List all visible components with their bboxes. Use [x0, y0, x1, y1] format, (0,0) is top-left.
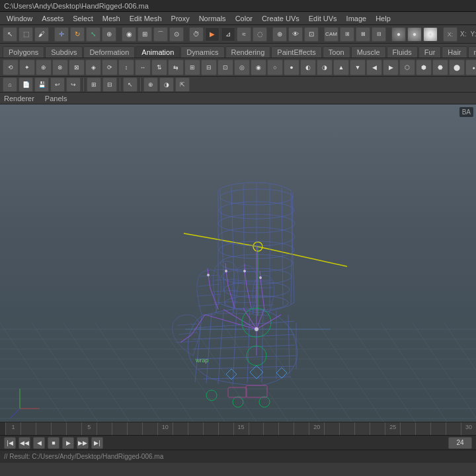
shelf-icon-15[interactable]: ◉ — [251, 60, 266, 75]
prev-frame-btn[interactable]: |◀ — [4, 437, 16, 449]
show-manip-btn[interactable]: ⊕ — [272, 27, 287, 42]
uni-manip-btn[interactable]: ⊕ — [102, 27, 116, 42]
snap-point-btn[interactable]: ⊙ — [169, 27, 184, 42]
save-btn[interactable]: 💾 — [34, 77, 49, 92]
cam3-btn[interactable]: ⊠ — [356, 27, 370, 42]
shelf-tab-animation[interactable]: Animation — [136, 46, 180, 58]
shelf-tab-muscle[interactable]: Muscle — [351, 46, 386, 58]
shelf-icon-27[interactable]: ⬤ — [449, 60, 465, 75]
play-back-btn[interactable]: ◀ — [33, 437, 45, 449]
input-field-x[interactable]: X: — [443, 27, 457, 42]
panels-menu[interactable]: Panels — [45, 95, 67, 102]
shelf-icon-6[interactable]: ⟳ — [102, 60, 118, 75]
next-key-btn[interactable]: ▶▶ — [77, 437, 89, 449]
hide-btn[interactable]: 👁 — [288, 27, 303, 42]
snap-surface-btn[interactable]: ≈ — [237, 27, 251, 42]
grid-btn[interactable]: ⊞ — [87, 77, 101, 92]
shelf-tab-rendering[interactable]: Rendering — [225, 46, 271, 58]
menu-item-assets[interactable]: Assets — [38, 14, 67, 23]
menu-item-color[interactable]: Color — [231, 14, 257, 23]
prev-key-btn[interactable]: ◀◀ — [19, 437, 30, 449]
rotate-btn[interactable]: ↻ — [70, 27, 85, 42]
undo-btn[interactable]: ↩ — [50, 77, 65, 92]
menu-item-mesh[interactable]: Mesh — [99, 14, 124, 23]
shelf-icon-21[interactable]: ▼ — [350, 60, 366, 75]
layout-btn[interactable]: ⊟ — [102, 77, 117, 92]
ipr-btn[interactable]: ⊿ — [221, 27, 235, 42]
shelf-tab-polygons[interactable]: Polygons — [3, 46, 44, 58]
shelf-icon-20[interactable]: ▲ — [333, 60, 349, 75]
shelf-tab-painteffects[interactable]: PaintEffects — [271, 46, 322, 58]
shading2-btn[interactable]: ● — [407, 27, 422, 42]
lasso-btn[interactable]: ⬚ — [19, 27, 33, 42]
scale-btn[interactable]: ⤡ — [86, 27, 100, 42]
shelf-tab-fluids[interactable]: Fluids — [387, 46, 418, 58]
snap-live-btn[interactable]: ◌ — [253, 27, 267, 42]
menu-item-create uvs[interactable]: Create UVs — [258, 14, 303, 23]
shelf-icon-17[interactable]: ● — [284, 60, 299, 75]
snap-grid-btn[interactable]: ⊞ — [138, 27, 152, 42]
shelf-icon-5[interactable]: ◈ — [85, 60, 101, 75]
file-btn[interactable]: 📄 — [19, 77, 33, 92]
shelf-icon-26[interactable]: ⬣ — [432, 60, 448, 75]
redo-btn[interactable]: ↪ — [66, 77, 81, 92]
shading3-btn[interactable]: ● — [423, 27, 438, 42]
shelf-icon-28[interactable]: ⬥ — [465, 60, 476, 75]
shelf-tab-fur[interactable]: Fur — [418, 46, 442, 58]
shelf-icon-3[interactable]: ⊗ — [52, 60, 68, 75]
shelf-tab-deformation[interactable]: Deformation — [83, 46, 135, 58]
shelf-icon-23[interactable]: ▶ — [383, 60, 399, 75]
shelf-icon-0[interactable]: ⟲ — [3, 60, 19, 75]
shelf-icon-19[interactable]: ◑ — [317, 60, 333, 75]
shelf-icon-7[interactable]: ↕ — [118, 60, 134, 75]
shading1-btn[interactable]: ● — [391, 27, 406, 42]
shelf-tab-hair[interactable]: Hair — [442, 46, 467, 58]
shelf-icon-14[interactable]: ◎ — [234, 60, 250, 75]
renderer-menu[interactable]: Renderer — [4, 95, 34, 102]
shelf-icon-8[interactable]: ↔ — [135, 60, 151, 75]
select-icon[interactable]: ↖ — [123, 77, 138, 92]
current-time-input[interactable] — [448, 437, 472, 449]
menu-item-normals[interactable]: Normals — [195, 14, 230, 23]
timeline-ruler[interactable]: 151015202530 — [5, 422, 476, 435]
shelf-tab-ncloth[interactable]: nCloth — [468, 46, 476, 58]
shelf-icon-1[interactable]: ✦ — [19, 60, 35, 75]
shelf-icon-16[interactable]: ○ — [267, 60, 283, 75]
render2-btn[interactable]: ⊕ — [143, 77, 158, 92]
shelf-icon-11[interactable]: ⊞ — [184, 60, 200, 75]
menu-item-image[interactable]: Image — [342, 14, 371, 23]
menu-item-window[interactable]: Window — [3, 14, 36, 23]
share-btn[interactable]: ⇱ — [175, 77, 190, 92]
shelf-icon-2[interactable]: ⊕ — [36, 60, 52, 75]
shelf-icon-4[interactable]: ⊠ — [69, 60, 85, 75]
shelf-icon-9[interactable]: ⇅ — [151, 60, 167, 75]
play-fwd-btn[interactable]: ▶ — [62, 437, 74, 449]
select-tool-btn[interactable]: ↖ — [3, 27, 17, 42]
shelf-icon-25[interactable]: ⬢ — [416, 60, 432, 75]
shelf-tab-dynamics[interactable]: Dynamics — [180, 46, 224, 58]
menu-item-help[interactable]: Help — [372, 14, 395, 23]
shelf-icon-12[interactable]: ⊟ — [201, 60, 217, 75]
menu-item-edit uvs[interactable]: Edit UVs — [305, 14, 341, 23]
snap-curve-btn[interactable]: ⌒ — [153, 27, 168, 42]
menu-item-edit mesh[interactable]: Edit Mesh — [126, 14, 166, 23]
soft-mod-btn[interactable]: ◉ — [122, 27, 136, 42]
history-btn[interactable]: ⏱ — [189, 27, 204, 42]
menu-item-proxy[interactable]: Proxy — [167, 14, 194, 23]
shelf-icon-13[interactable]: ⊡ — [218, 60, 233, 75]
shelf-icon-10[interactable]: ⇆ — [168, 60, 184, 75]
render-btn[interactable]: ▶ — [205, 27, 219, 42]
shelf-icon-18[interactable]: ◐ — [300, 60, 316, 75]
shelf-icon-22[interactable]: ◀ — [366, 60, 382, 75]
shelf-tab-toon[interactable]: Toon — [323, 46, 350, 58]
next-frame-btn[interactable]: ▶| — [91, 437, 103, 449]
isolate-btn[interactable]: ⊡ — [304, 27, 319, 42]
shelf-icon-24[interactable]: ⬡ — [399, 60, 415, 75]
home-btn[interactable]: ⌂ — [3, 77, 17, 92]
move-btn[interactable]: ✛ — [54, 27, 69, 42]
xray-btn[interactable]: ◑ — [159, 77, 174, 92]
cam2-btn[interactable]: ⊞ — [340, 27, 354, 42]
shelf-tab-subdivs[interactable]: Subdivs — [45, 46, 83, 58]
menu-item-select[interactable]: Select — [69, 14, 97, 23]
cam1-btn[interactable]: CAM — [324, 27, 338, 42]
